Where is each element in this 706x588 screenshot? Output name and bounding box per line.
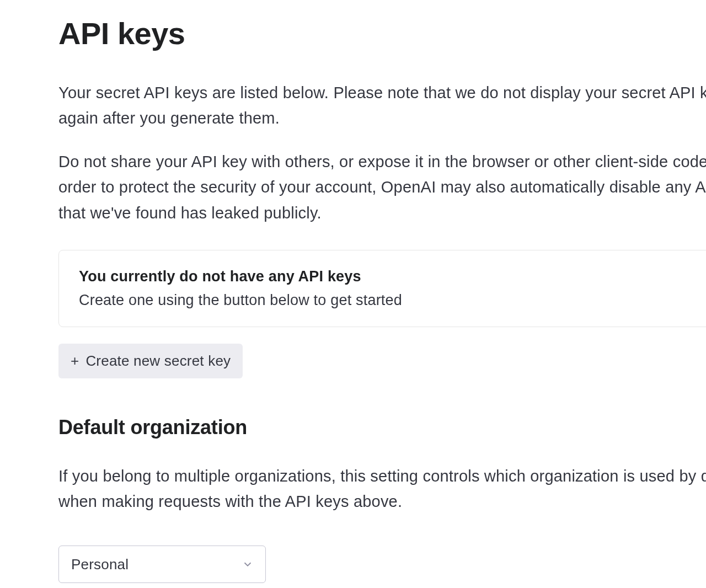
org-select[interactable]: Personal [58, 546, 266, 583]
empty-state-title: You currently do not have any API keys [79, 268, 706, 285]
intro-paragraph-2: Do not share your API key with others, o… [58, 149, 706, 226]
page-title: API keys [58, 15, 706, 51]
intro-paragraph-1: Your secret API keys are listed below. P… [58, 80, 706, 131]
plus-icon: + [71, 354, 79, 368]
empty-state-subtitle: Create one using the button below to get… [79, 292, 706, 309]
org-select-wrapper: Personal [58, 546, 266, 583]
empty-state-card: You currently do not have any API keys C… [58, 250, 706, 327]
default-org-description: If you belong to multiple organizations,… [58, 463, 706, 515]
default-org-heading: Default organization [58, 416, 706, 439]
create-secret-key-button[interactable]: + Create new secret key [58, 344, 243, 378]
create-button-label: Create new secret key [85, 352, 231, 370]
